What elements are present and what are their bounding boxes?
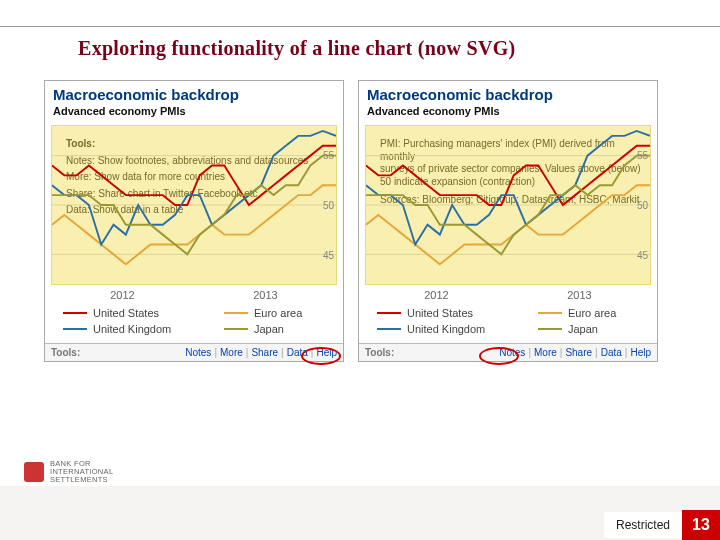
y-tick: 55 [637, 150, 648, 161]
legend-item-jp: Japan [538, 323, 647, 335]
x-tick: 2012 [424, 289, 448, 301]
logo-text: BANK FOR INTERNATIONAL SETTLEMENTS [50, 460, 113, 484]
y-tick: 45 [637, 250, 648, 261]
chart-subtitle: Advanced economy PMIs [367, 105, 649, 117]
tool-link-more[interactable]: More [534, 347, 557, 358]
panel-row: Macroeconomic backdrop Advanced economy … [0, 80, 720, 362]
tool-link-share[interactable]: Share [251, 347, 278, 358]
tool-link-help[interactable]: Help [316, 347, 337, 358]
chart-title: Macroeconomic backdrop [367, 86, 649, 103]
panel-left: Macroeconomic backdrop Advanced economy … [44, 80, 344, 362]
tools-label: Tools: [51, 347, 80, 358]
chart-toolbar: Tools: Notes| More| Share| Data| Help [45, 343, 343, 361]
tool-link-share[interactable]: Share [565, 347, 592, 358]
swatch-icon [63, 312, 87, 314]
y-tick: 50 [323, 200, 334, 211]
logo-bis: BANK FOR INTERNATIONAL SETTLEMENTS [24, 460, 113, 484]
logo-icon [24, 462, 44, 482]
legend-item-us: United States [63, 307, 202, 319]
restricted-label: Restricted [604, 512, 682, 538]
swatch-icon [224, 312, 248, 314]
y-tick: 50 [637, 200, 648, 211]
x-tick: 2012 [110, 289, 134, 301]
tool-link-notes[interactable]: Notes [499, 347, 525, 358]
tool-link-notes[interactable]: Notes [185, 347, 211, 358]
x-axis: 2012 2013 [51, 289, 337, 301]
panel-header: Macroeconomic backdrop Advanced economy … [45, 81, 343, 119]
y-tick: 45 [323, 250, 334, 261]
legend-item-uk: United Kingdom [63, 323, 202, 335]
swatch-icon [224, 328, 248, 330]
chart-svg [52, 126, 336, 284]
panel-header: Macroeconomic backdrop Advanced economy … [359, 81, 657, 119]
y-tick: 55 [323, 150, 334, 161]
x-tick: 2013 [253, 289, 277, 301]
legend: United States Euro area United Kingdom J… [359, 305, 657, 343]
x-axis: 2012 2013 [365, 289, 651, 301]
swatch-icon [63, 328, 87, 330]
chart-toolbar: Tools: Notes| More| Share| Data| Help [359, 343, 657, 361]
x-tick: 2013 [567, 289, 591, 301]
tool-link-more[interactable]: More [220, 347, 243, 358]
chart-title: Macroeconomic backdrop [53, 86, 335, 103]
legend-item-ea: Euro area [538, 307, 647, 319]
chart-area[interactable]: Tools: Notes: Show footnotes, abbreviati… [51, 125, 337, 285]
tool-link-help[interactable]: Help [630, 347, 651, 358]
chart-area[interactable]: PMI: Purchasing managers' index (PMI) de… [365, 125, 651, 285]
tool-link-data[interactable]: Data [287, 347, 308, 358]
legend-item-uk: United Kingdom [377, 323, 516, 335]
legend-item-ea: Euro area [224, 307, 333, 319]
tools-label: Tools: [365, 347, 394, 358]
tool-link-data[interactable]: Data [601, 347, 622, 358]
legend-item-us: United States [377, 307, 516, 319]
swatch-icon [538, 328, 562, 330]
panel-right: Macroeconomic backdrop Advanced economy … [358, 80, 658, 362]
chart-svg [366, 126, 650, 284]
swatch-icon [377, 312, 401, 314]
legend: United States Euro area United Kingdom J… [45, 305, 343, 343]
page-number: 13 [682, 510, 720, 540]
slide-title: Exploring functionality of a line chart … [78, 37, 720, 60]
swatch-icon [377, 328, 401, 330]
legend-item-jp: Japan [224, 323, 333, 335]
chart-subtitle: Advanced economy PMIs [53, 105, 335, 117]
footer-bar: Restricted 13 [604, 510, 720, 540]
swatch-icon [538, 312, 562, 314]
